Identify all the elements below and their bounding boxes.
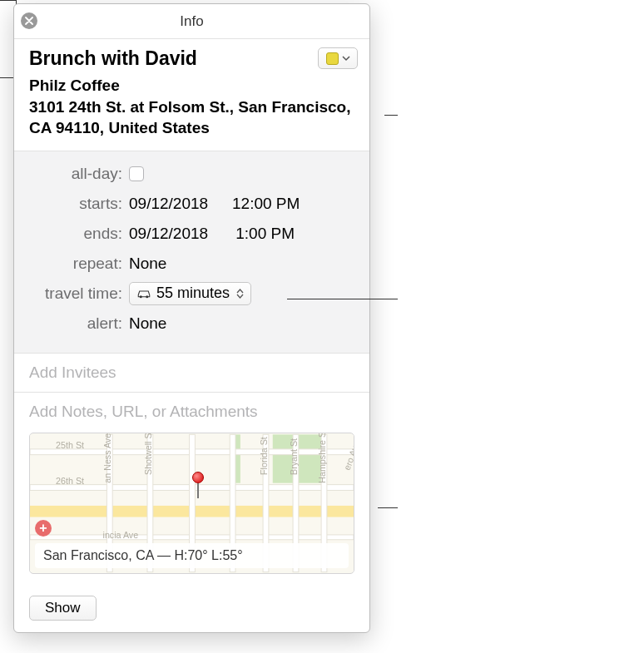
- ends-time[interactable]: 1:00 PM: [232, 225, 295, 243]
- travel-label: travel time:: [29, 284, 129, 303]
- event-location-address[interactable]: 3101 24th St. at Folsom St., San Francis…: [29, 96, 354, 139]
- starts-row: starts: 09/12/2018 12:00 PM: [29, 191, 354, 216]
- callout-line: [384, 115, 398, 116]
- starts-date[interactable]: 09/12/2018: [129, 195, 220, 213]
- calendar-color-swatch: [326, 52, 339, 65]
- repeat-label: repeat:: [29, 255, 129, 273]
- event-header: Brunch with David Philz Coffee 3101 24th…: [14, 39, 369, 151]
- repeat-value[interactable]: None: [129, 255, 166, 273]
- ends-date[interactable]: 09/12/2018: [129, 225, 220, 243]
- starts-label: starts:: [29, 195, 129, 213]
- close-button[interactable]: [21, 12, 37, 29]
- add-invitees-field[interactable]: Add Invitees: [14, 354, 369, 393]
- ends-label: ends:: [29, 225, 129, 243]
- event-info-popover: Info Brunch with David Philz Coffee 3101…: [13, 3, 370, 633]
- allday-label: all-day:: [29, 165, 129, 183]
- svg-point-1: [146, 295, 148, 298]
- weather-bar: San Francisco, CA — H:70° L:55°: [35, 543, 349, 568]
- svg-point-0: [140, 295, 142, 298]
- car-icon: [136, 288, 151, 299]
- svg-text:Florida St: Florida St: [259, 437, 269, 475]
- starts-time[interactable]: 12:00 PM: [232, 195, 300, 213]
- chevron-down-icon: [342, 54, 350, 62]
- alert-label: alert:: [29, 314, 129, 333]
- event-location-name[interactable]: Philz Coffee: [29, 75, 354, 96]
- notes-block: Add Notes, URL, or Attachments: [14, 393, 369, 587]
- travel-time-popup[interactable]: 55 minutes: [129, 282, 251, 305]
- alert-value[interactable]: None: [129, 314, 166, 333]
- map-pin-icon: [192, 472, 204, 498]
- close-icon: [25, 17, 33, 25]
- event-details: all-day: starts: 09/12/2018 12:00 PM end…: [14, 151, 369, 354]
- stepper-icon: [236, 289, 244, 299]
- allday-checkbox[interactable]: [129, 166, 144, 181]
- event-title[interactable]: Brunch with David: [29, 47, 354, 70]
- allday-row: all-day:: [29, 161, 354, 186]
- calendar-color-picker[interactable]: [318, 47, 358, 69]
- add-notes-field[interactable]: Add Notes, URL, or Attachments: [29, 403, 354, 421]
- svg-text:26th St: 26th St: [56, 476, 84, 486]
- alert-row: alert: None: [29, 311, 354, 336]
- svg-text:incia Ave: incia Ave: [103, 530, 139, 540]
- svg-text:Bryant St: Bryant St: [289, 438, 299, 475]
- travel-time-value: 55 minutes: [156, 284, 230, 302]
- callout-line: [287, 299, 398, 299]
- footer: Show: [14, 587, 369, 632]
- travel-row: travel time: 55 minutes: [29, 281, 354, 306]
- svg-text:Shotwell St: Shotwell St: [143, 433, 153, 475]
- svg-text:25th St: 25th St: [56, 440, 84, 450]
- window-title: Info: [180, 13, 203, 30]
- svg-text:Hampshire St: Hampshire St: [317, 433, 327, 483]
- repeat-row: repeat: None: [29, 251, 354, 276]
- callout-line: [378, 507, 398, 508]
- titlebar: Info: [14, 4, 369, 39]
- ends-row: ends: 09/12/2018 1:00 PM: [29, 221, 354, 246]
- svg-text:an Ness Ave: an Ness Ave: [102, 433, 112, 483]
- show-button[interactable]: Show: [29, 596, 97, 621]
- add-location-icon[interactable]: +: [35, 520, 52, 537]
- location-map[interactable]: 25th St 26th St Shotwell St an Ness Ave …: [29, 433, 354, 574]
